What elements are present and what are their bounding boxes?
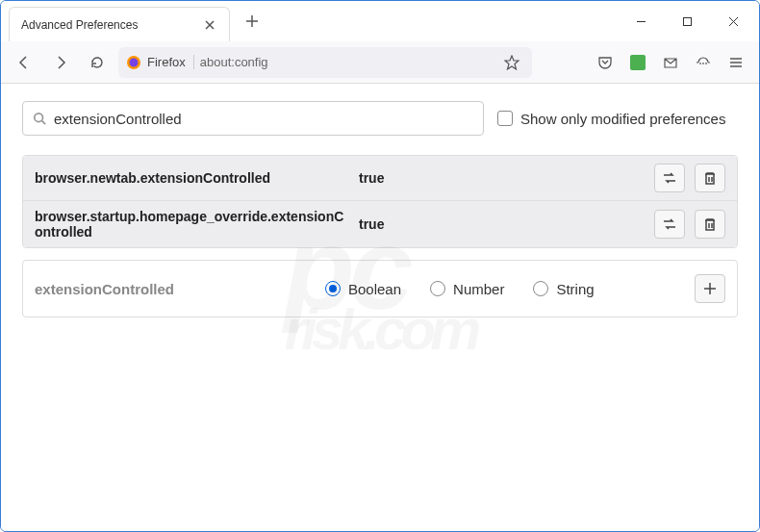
maximize-button[interactable]	[665, 7, 709, 36]
pref-value: true	[359, 216, 643, 232]
shield-icon[interactable]	[688, 47, 719, 78]
svg-rect-0	[683, 17, 691, 25]
reload-button[interactable]	[82, 47, 113, 78]
pref-value: true	[359, 170, 643, 186]
forward-button[interactable]	[45, 47, 76, 78]
url-bar[interactable]: Firefox about:config	[118, 47, 532, 78]
pref-row[interactable]: browser.newtab.extensionControlled true	[23, 156, 737, 200]
checkbox-icon	[497, 111, 513, 126]
delete-button[interactable]	[695, 210, 725, 239]
mail-icon[interactable]	[655, 47, 686, 78]
toggle-button[interactable]	[654, 164, 685, 192]
svg-point-2	[130, 58, 139, 66]
add-preference-row: extensionControlled Boolean Number Strin…	[22, 260, 738, 317]
search-input[interactable]	[54, 111, 473, 127]
preferences-list: browser.newtab.extensionControlled true …	[22, 155, 738, 248]
new-pref-name: extensionControlled	[35, 281, 314, 297]
toggle-button[interactable]	[654, 210, 685, 239]
menu-button[interactable]	[721, 47, 751, 78]
minimize-button[interactable]	[619, 7, 663, 36]
search-box[interactable]	[22, 101, 484, 136]
back-button[interactable]	[9, 47, 39, 78]
show-modified-checkbox[interactable]: Show only modified preferences	[497, 111, 725, 127]
identity-label: Firefox	[147, 55, 194, 69]
type-radio-group: Boolean Number String	[325, 281, 683, 297]
radio-icon	[533, 281, 548, 296]
firefox-logo-icon	[126, 55, 141, 70]
browser-tab[interactable]: Advanced Preferences	[9, 7, 230, 41]
pref-name: browser.startup.homepage_override.extens…	[35, 209, 347, 240]
radio-boolean[interactable]: Boolean	[325, 281, 401, 297]
delete-button[interactable]	[695, 164, 725, 192]
add-button[interactable]	[695, 274, 725, 303]
svg-point-3	[35, 114, 43, 122]
extension-icon[interactable]	[622, 47, 653, 78]
close-window-button[interactable]	[711, 7, 755, 36]
about-config-content: Show only modified preferences browser.n…	[1, 84, 759, 531]
checkbox-label-text: Show only modified preferences	[520, 111, 725, 127]
search-icon	[33, 112, 46, 125]
close-tab-icon[interactable]	[202, 17, 217, 33]
bookmark-star-icon[interactable]	[499, 50, 524, 75]
radio-icon	[430, 281, 445, 296]
new-tab-button[interactable]	[238, 7, 266, 36]
browser-toolbar: Firefox about:config	[1, 41, 759, 84]
url-text: about:config	[200, 55, 494, 69]
radio-number[interactable]: Number	[430, 281, 504, 297]
pocket-icon[interactable]	[590, 47, 621, 78]
radio-icon	[325, 281, 341, 296]
tab-title: Advanced Preferences	[21, 18, 194, 32]
radio-string[interactable]: String	[533, 281, 594, 297]
pref-name: browser.newtab.extensionControlled	[35, 170, 347, 186]
window-titlebar: Advanced Preferences	[1, 1, 759, 41]
pref-row[interactable]: browser.startup.homepage_override.extens…	[23, 200, 737, 247]
